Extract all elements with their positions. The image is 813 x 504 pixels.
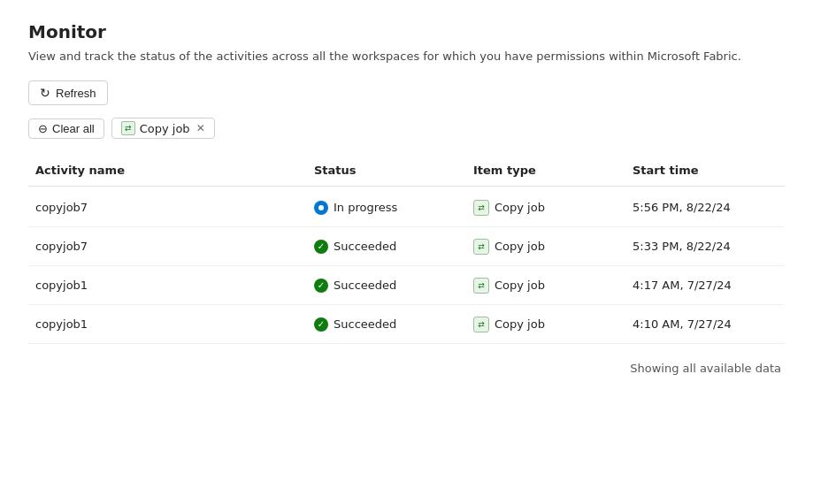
filter-chip-copyjob: ⇄ Copy job ✕ [111,118,215,139]
cell-activity-name: copyjob1 [28,310,307,338]
page-subtitle: View and track the status of the activit… [28,50,785,63]
succeeded-icon: ✓ [314,279,328,293]
cell-start-time: 4:10 AM, 7/27/24 [625,310,785,338]
cell-start-time: 5:33 PM, 8/22/24 [625,233,785,260]
cell-start-time: 5:56 PM, 8/22/24 [625,194,785,221]
clear-all-label: Clear all [52,122,95,135]
clear-all-icon: ⊖ [38,122,48,135]
cell-activity-name: copyjob1 [28,271,307,299]
succeeded-icon: ✓ [314,240,328,254]
cell-activity-name: copyjob7 [28,194,307,221]
status-text: Succeeded [334,317,396,331]
table-body: copyjob7In progress⇄Copy job5:56 PM, 8/2… [28,188,785,344]
cell-status: In progress [307,194,466,222]
showing-all-text: Showing all available data [28,362,785,375]
filter-chip-icon: ⇄ [121,121,135,135]
filter-chip-close-icon[interactable]: ✕ [196,122,205,134]
refresh-icon: ↻ [40,86,50,100]
clear-all-button[interactable]: ⊖ Clear all [28,118,104,139]
toolbar: ↻ Refresh [28,80,785,105]
status-text: Succeeded [334,279,396,292]
table-row[interactable]: copyjob1✓Succeeded⇄Copy job4:17 AM, 7/27… [28,266,785,305]
cell-item-type: ⇄Copy job [466,232,625,262]
item-type-text: Copy job [495,201,545,214]
table-row[interactable]: copyjob7✓Succeeded⇄Copy job5:33 PM, 8/22… [28,227,785,266]
status-text: Succeeded [334,240,396,253]
cell-item-type: ⇄Copy job [466,309,625,340]
copy-job-icon: ⇄ [473,200,489,216]
table-header: Activity name Status Item type Start tim… [28,155,785,187]
col-header-status: Status [307,160,466,180]
refresh-button[interactable]: ↻ Refresh [28,80,108,105]
activity-table: Activity name Status Item type Start tim… [28,155,785,344]
table-row[interactable]: copyjob1✓Succeeded⇄Copy job4:10 AM, 7/27… [28,305,785,344]
cell-start-time: 4:17 AM, 7/27/24 [625,271,785,299]
cell-status: ✓Succeeded [307,310,466,339]
copy-job-icon: ⇄ [473,239,489,255]
item-type-text: Copy job [495,240,545,253]
item-type-text: Copy job [495,317,545,331]
cell-item-type: ⇄Copy job [466,271,625,301]
status-text: In progress [334,201,397,214]
col-header-itemtype: Item type [466,160,625,180]
item-type-text: Copy job [495,279,545,292]
col-header-starttime: Start time [625,160,785,180]
cell-status: ✓Succeeded [307,271,466,300]
succeeded-icon: ✓ [314,317,328,332]
in-progress-icon [314,201,328,215]
copy-job-icon: ⇄ [473,278,489,294]
filter-bar: ⊖ Clear all ⇄ Copy job ✕ [28,118,785,139]
filter-chip-label: Copy job [140,122,190,135]
col-header-activity: Activity name [28,160,307,180]
cell-status: ✓Succeeded [307,233,466,261]
cell-activity-name: copyjob7 [28,233,307,260]
page-title: Monitor [28,21,785,42]
table-row[interactable]: copyjob7In progress⇄Copy job5:56 PM, 8/2… [28,188,785,227]
refresh-label: Refresh [56,87,96,100]
cell-item-type: ⇄Copy job [466,193,625,223]
copy-job-icon: ⇄ [473,317,489,332]
